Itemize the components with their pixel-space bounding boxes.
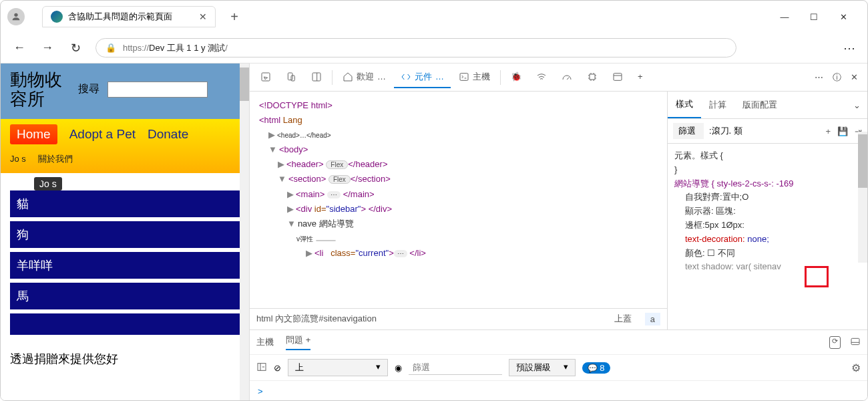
gear-icon[interactable]: ⚙: [851, 362, 861, 374]
list-item[interactable]: 狗: [10, 221, 240, 248]
dom-node[interactable]: <!DOCTYPE html>: [259, 98, 658, 113]
issues-badge[interactable]: 💬 8: [582, 362, 610, 374]
new-tab-button[interactable]: +: [224, 6, 245, 27]
hov-button[interactable]: :滾刀. 類: [709, 125, 742, 137]
filter-label[interactable]: 篩選: [673, 123, 704, 139]
console-prompt[interactable]: >: [250, 381, 867, 401]
browser-tab[interactable]: 含協助工具問題的示範頁面 ✕: [42, 6, 216, 27]
device-button[interactable]: [279, 68, 303, 88]
breadcrumb-cover[interactable]: 上蓋: [614, 313, 632, 325]
list-item[interactable]: [10, 313, 240, 335]
live-expression-icon[interactable]: ⟳: [829, 336, 841, 349]
dom-tree[interactable]: <!DOCTYPE html> <html Lang ▶<head>…</hea…: [250, 92, 667, 308]
more-menu-button[interactable]: ⋯: [843, 41, 857, 55]
donate-text: 透過捐贈來提供您好: [1, 346, 249, 372]
drawer-tab-issues[interactable]: 問題 +: [286, 334, 310, 350]
more-tools-button[interactable]: ⋯: [815, 72, 823, 82]
site-title: 動物收容所: [10, 70, 70, 108]
clear-console-icon[interactable]: ⊘: [274, 363, 281, 373]
close-window-button[interactable]: ✕: [837, 12, 850, 22]
dom-node[interactable]: ▼<body>: [259, 142, 658, 157]
dom-node[interactable]: ▼<section> Flex</section>: [259, 172, 658, 186]
context-dropdown[interactable]: 上▾: [288, 359, 388, 376]
svg-rect-10: [851, 338, 859, 344]
minimize-button[interactable]: —: [778, 12, 791, 22]
lock-icon: 🔒: [105, 43, 116, 53]
wifi-icon[interactable]: [529, 68, 554, 88]
url-text: https://Dev 工具 1 1 y 測試/: [123, 41, 228, 54]
list-item[interactable]: 貓: [10, 190, 240, 217]
edge-icon: [51, 11, 63, 23]
dom-node[interactable]: <html Lang: [259, 113, 658, 128]
refresh-button[interactable]: ↻: [67, 41, 83, 55]
drawer-tab-host[interactable]: 主機: [256, 336, 274, 348]
dock-button[interactable]: [304, 68, 329, 88]
nav-adopt[interactable]: Adopt a Pet: [69, 127, 136, 142]
tab-computed[interactable]: 計算: [701, 92, 734, 118]
svg-rect-6: [460, 73, 468, 80]
back-button[interactable]: ←: [11, 41, 27, 55]
tab-welcome[interactable]: 歡迎…: [336, 67, 393, 88]
site-nav: Home Adopt a Pet Donate Jo s 關於我們: [1, 119, 249, 173]
sidebar-toggle-icon[interactable]: [256, 362, 267, 374]
svg-rect-4: [312, 73, 320, 81]
bug-icon[interactable]: 🐞: [504, 68, 528, 87]
save-icon[interactable]: 💾: [837, 126, 848, 136]
tab-console[interactable]: 主機: [452, 67, 497, 88]
close-devtools-button[interactable]: ✕: [851, 72, 858, 82]
inspect-button[interactable]: [254, 68, 278, 88]
performance-icon[interactable]: [555, 68, 579, 88]
level-dropdown[interactable]: 預設層級▾: [509, 359, 576, 376]
styles-scrollbar[interactable]: [858, 132, 867, 263]
dom-node[interactable]: ▶<li class="current">⋯ </li>: [259, 246, 658, 261]
chevron-down-icon[interactable]: ⌄: [845, 94, 867, 117]
tab-layout[interactable]: 版面配置: [734, 92, 785, 118]
category-list: 貓 狗 羊咩咩 馬: [1, 173, 249, 346]
page-scrollbar[interactable]: [240, 63, 249, 401]
nav-home[interactable]: Home: [10, 124, 57, 144]
tab-title: 含協助工具問題的示範頁面: [68, 11, 194, 23]
nav-about[interactable]: 關於我們: [38, 154, 73, 164]
maximize-button[interactable]: ☐: [807, 12, 821, 22]
dom-node[interactable]: ▶<main> ⋯ </main>: [259, 187, 658, 202]
dom-node[interactable]: ▶<div id="sidebar"> </div>: [259, 202, 658, 217]
rendered-page: 動物收容所 搜尋 Home Adopt a Pet Donate Jo s 關於…: [1, 63, 250, 401]
dom-node[interactable]: ▶<header> Flex</header>: [259, 157, 658, 172]
forward-button[interactable]: →: [39, 41, 55, 55]
dom-node[interactable]: ▼nave 網站導覽: [259, 217, 658, 231]
svg-point-0: [14, 13, 17, 17]
breadcrumb-path[interactable]: html 內文節流覽#sitenavigation: [256, 313, 377, 325]
memory-icon[interactable]: [580, 68, 604, 88]
profile-avatar[interactable]: [7, 8, 25, 25]
help-button[interactable]: ⓘ: [833, 72, 841, 84]
nav-donate[interactable]: Donate: [148, 127, 188, 142]
panel-dock-icon[interactable]: [850, 336, 861, 349]
dom-node[interactable]: v彈性: [259, 231, 658, 246]
window-titlebar: 含協助工具問題的示範頁面 ✕ + — ☐ ✕: [1, 1, 867, 33]
tab-styles[interactable]: 樣式: [668, 92, 701, 118]
new-rule-icon[interactable]: +: [825, 126, 831, 136]
search-input[interactable]: [107, 82, 208, 98]
search-label: 搜尋: [78, 82, 99, 96]
nav-jos[interactable]: Jo s: [10, 154, 26, 164]
console-filter-input[interactable]: [409, 360, 502, 375]
application-icon[interactable]: [606, 68, 630, 88]
console-drawer: 主機 問題 + ⟳ ⊘ 上▾ ◉ 預設層級▾ 💬 8 ⚙ >: [250, 329, 867, 401]
plus-icon[interactable]: +: [631, 68, 650, 87]
styles-body[interactable]: 元素。樣式 { } 網站導覽 { sty-les-2-cs-s-: -169 自…: [668, 144, 867, 329]
dom-breadcrumb[interactable]: html 內文節流覽#sitenavigation 上蓋 a: [250, 308, 667, 329]
dom-node[interactable]: ▶<head>…</head>: [259, 128, 658, 142]
highlight-annotation: [805, 266, 829, 287]
svg-rect-8: [614, 73, 622, 80]
list-item[interactable]: 馬: [10, 283, 240, 309]
breadcrumb-a[interactable]: a: [645, 313, 660, 325]
browser-toolbar: ← → ↻ 🔒 https://Dev 工具 1 1 y 測試/ ⋯: [1, 33, 867, 63]
list-item[interactable]: 羊咩咩: [10, 252, 240, 279]
eye-icon[interactable]: ◉: [395, 363, 402, 373]
address-bar[interactable]: 🔒 https://Dev 工具 1 1 y 測試/: [95, 38, 736, 57]
svg-rect-12: [258, 363, 266, 370]
close-tab-icon[interactable]: ✕: [199, 11, 207, 22]
tab-elements[interactable]: 元件…: [394, 67, 451, 88]
page-header: 動物收容所 搜尋: [1, 63, 249, 119]
svg-rect-2: [288, 73, 292, 80]
